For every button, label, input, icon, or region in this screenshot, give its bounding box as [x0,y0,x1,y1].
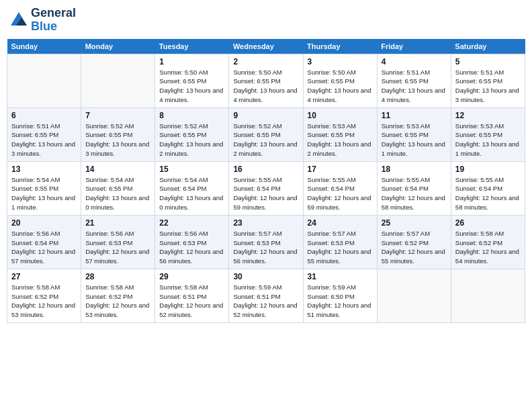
calendar-week-row: 6Sunrise: 5:51 AM Sunset: 6:55 PM Daylig… [7,107,525,161]
day-number: 13 [11,165,77,174]
calendar-cell: 7Sunrise: 5:52 AM Sunset: 6:55 PM Daylig… [81,107,155,161]
calendar-cell: 3Sunrise: 5:50 AM Sunset: 6:55 PM Daylig… [303,54,377,107]
day-number: 31 [308,272,373,281]
day-number: 4 [382,57,447,66]
calendar-cell: 21Sunrise: 5:56 AM Sunset: 6:53 PM Dayli… [81,215,155,269]
calendar-cell: 14Sunrise: 5:54 AM Sunset: 6:55 PM Dayli… [81,161,155,215]
calendar-cell: 1Sunrise: 5:50 AM Sunset: 6:55 PM Daylig… [155,54,229,107]
day-number: 18 [382,165,447,174]
weekday-header: Monday [81,39,155,54]
day-info: Sunrise: 5:55 AM Sunset: 6:54 PM Dayligh… [455,175,521,212]
calendar-week-row: 13Sunrise: 5:54 AM Sunset: 6:55 PM Dayli… [7,161,525,215]
calendar-cell: 30Sunrise: 5:59 AM Sunset: 6:51 PM Dayli… [229,269,303,322]
day-number: 7 [85,111,150,120]
day-number: 24 [308,218,373,228]
calendar-cell: 12Sunrise: 5:53 AM Sunset: 6:55 PM Dayli… [451,107,525,161]
weekday-header: Saturday [451,39,525,54]
day-info: Sunrise: 5:51 AM Sunset: 6:55 PM Dayligh… [382,68,447,105]
day-info: Sunrise: 5:51 AM Sunset: 6:55 PM Dayligh… [455,68,521,105]
calendar-cell [451,269,525,322]
calendar-week-row: 20Sunrise: 5:56 AM Sunset: 6:54 PM Dayli… [7,215,525,269]
day-info: Sunrise: 5:55 AM Sunset: 6:54 PM Dayligh… [308,175,373,212]
day-info: Sunrise: 5:59 AM Sunset: 6:51 PM Dayligh… [233,283,298,320]
day-number: 17 [308,165,373,174]
calendar-cell: 26Sunrise: 5:58 AM Sunset: 6:52 PM Dayli… [451,215,525,269]
day-info: Sunrise: 5:50 AM Sunset: 6:55 PM Dayligh… [233,68,298,105]
calendar-week-row: 27Sunrise: 5:58 AM Sunset: 6:52 PM Dayli… [7,269,525,322]
day-info: Sunrise: 5:53 AM Sunset: 6:55 PM Dayligh… [308,122,373,158]
logo-text: GeneralBlue [31,7,76,34]
day-info: Sunrise: 5:58 AM Sunset: 6:52 PM Dayligh… [11,283,77,320]
day-number: 10 [308,111,373,120]
day-info: Sunrise: 5:59 AM Sunset: 6:50 PM Dayligh… [308,283,373,320]
day-number: 29 [159,272,224,281]
day-number: 20 [11,218,77,228]
day-number: 11 [382,111,447,120]
day-info: Sunrise: 5:51 AM Sunset: 6:55 PM Dayligh… [11,122,77,158]
calendar-cell: 9Sunrise: 5:52 AM Sunset: 6:55 PM Daylig… [229,107,303,161]
day-number: 2 [233,57,298,66]
day-info: Sunrise: 5:57 AM Sunset: 6:53 PM Dayligh… [308,229,373,266]
calendar-cell: 28Sunrise: 5:58 AM Sunset: 6:52 PM Dayli… [81,269,155,322]
day-info: Sunrise: 5:53 AM Sunset: 6:55 PM Dayligh… [382,122,447,158]
day-number: 25 [382,218,447,228]
calendar-cell: 22Sunrise: 5:56 AM Sunset: 6:53 PM Dayli… [155,215,229,269]
day-number: 26 [455,218,521,228]
calendar-cell: 5Sunrise: 5:51 AM Sunset: 6:55 PM Daylig… [451,54,525,107]
day-info: Sunrise: 5:58 AM Sunset: 6:52 PM Dayligh… [455,229,521,266]
weekday-header: Tuesday [155,39,229,54]
calendar-cell: 19Sunrise: 5:55 AM Sunset: 6:54 PM Dayli… [451,161,525,215]
calendar-cell: 23Sunrise: 5:57 AM Sunset: 6:53 PM Dayli… [229,215,303,269]
calendar-cell [377,269,451,322]
day-number: 21 [85,218,150,228]
day-info: Sunrise: 5:54 AM Sunset: 6:54 PM Dayligh… [159,175,224,212]
day-info: Sunrise: 5:52 AM Sunset: 6:55 PM Dayligh… [233,122,298,158]
calendar-cell: 16Sunrise: 5:55 AM Sunset: 6:54 PM Dayli… [229,161,303,215]
day-info: Sunrise: 5:55 AM Sunset: 6:54 PM Dayligh… [233,175,298,212]
day-number: 27 [11,272,77,281]
day-info: Sunrise: 5:58 AM Sunset: 6:52 PM Dayligh… [85,283,150,320]
day-number: 16 [233,165,298,174]
calendar-cell: 4Sunrise: 5:51 AM Sunset: 6:55 PM Daylig… [377,54,451,107]
day-number: 9 [233,111,298,120]
weekday-header: Wednesday [229,39,303,54]
day-number: 8 [159,111,224,120]
day-info: Sunrise: 5:50 AM Sunset: 6:55 PM Dayligh… [159,68,224,105]
day-number: 19 [455,165,521,174]
weekday-header: Sunday [7,39,81,54]
calendar-cell: 15Sunrise: 5:54 AM Sunset: 6:54 PM Dayli… [155,161,229,215]
calendar-cell: 17Sunrise: 5:55 AM Sunset: 6:54 PM Dayli… [303,161,377,215]
day-number: 3 [308,57,373,66]
day-info: Sunrise: 5:50 AM Sunset: 6:55 PM Dayligh… [308,68,373,105]
logo-icon [9,11,28,30]
logo: GeneralBlue [9,7,76,34]
calendar-cell: 11Sunrise: 5:53 AM Sunset: 6:55 PM Dayli… [377,107,451,161]
day-number: 23 [233,218,298,228]
weekday-header: Thursday [303,39,377,54]
calendar-cell: 18Sunrise: 5:55 AM Sunset: 6:54 PM Dayli… [377,161,451,215]
calendar-cell: 20Sunrise: 5:56 AM Sunset: 6:54 PM Dayli… [7,215,81,269]
day-number: 1 [159,57,224,66]
day-info: Sunrise: 5:56 AM Sunset: 6:54 PM Dayligh… [11,229,77,266]
day-info: Sunrise: 5:56 AM Sunset: 6:53 PM Dayligh… [85,229,150,266]
day-number: 6 [11,111,77,120]
day-info: Sunrise: 5:57 AM Sunset: 6:52 PM Dayligh… [382,229,447,266]
day-info: Sunrise: 5:58 AM Sunset: 6:51 PM Dayligh… [159,283,224,320]
calendar-cell: 6Sunrise: 5:51 AM Sunset: 6:55 PM Daylig… [7,107,81,161]
calendar-cell: 31Sunrise: 5:59 AM Sunset: 6:50 PM Dayli… [303,269,377,322]
calendar-cell: 24Sunrise: 5:57 AM Sunset: 6:53 PM Dayli… [303,215,377,269]
day-info: Sunrise: 5:54 AM Sunset: 6:55 PM Dayligh… [11,175,77,212]
calendar-cell: 13Sunrise: 5:54 AM Sunset: 6:55 PM Dayli… [7,161,81,215]
day-info: Sunrise: 5:56 AM Sunset: 6:53 PM Dayligh… [159,229,224,266]
day-info: Sunrise: 5:54 AM Sunset: 6:55 PM Dayligh… [85,175,150,212]
page-header: GeneralBlue [7,7,525,34]
calendar-cell: 25Sunrise: 5:57 AM Sunset: 6:52 PM Dayli… [377,215,451,269]
calendar-cell: 2Sunrise: 5:50 AM Sunset: 6:55 PM Daylig… [229,54,303,107]
day-number: 15 [159,165,224,174]
calendar-table: SundayMondayTuesdayWednesdayThursdayFrid… [7,39,525,323]
calendar-cell [81,54,155,107]
day-info: Sunrise: 5:52 AM Sunset: 6:55 PM Dayligh… [159,122,224,158]
day-number: 12 [455,111,521,120]
day-info: Sunrise: 5:52 AM Sunset: 6:55 PM Dayligh… [85,122,150,158]
weekday-header: Friday [377,39,451,54]
